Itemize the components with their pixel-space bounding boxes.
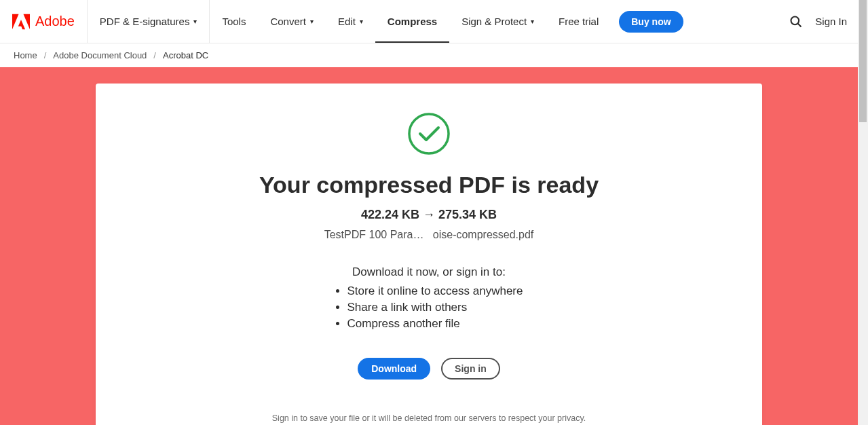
brand-logo[interactable]: Adobe	[0, 0, 88, 43]
nav-compress[interactable]: Compress	[375, 0, 449, 43]
chevron-down-icon: ▾	[310, 18, 314, 25]
size-comparison: 422.24 KB → 275.34 KB	[136, 208, 721, 222]
breadcrumb-doc-cloud[interactable]: Adobe Document Cloud	[53, 50, 147, 60]
breadcrumb-home[interactable]: Home	[14, 50, 37, 60]
filename: TestPDF 100 Para… oise-compressed.pdf	[136, 229, 721, 241]
result-title: Your compressed PDF is ready	[136, 172, 721, 198]
benefits-list: Store it online to access anywhere Share…	[335, 284, 523, 333]
buy-now-button[interactable]: Buy now	[619, 11, 683, 33]
list-item: Share a link with others	[347, 301, 523, 314]
chevron-down-icon: ▾	[531, 18, 534, 25]
download-button[interactable]: Download	[358, 358, 430, 380]
brand-text: Adobe	[35, 14, 75, 29]
button-row: Download Sign in	[136, 358, 721, 380]
success-check-icon	[407, 112, 451, 155]
header: Adobe PDF & E-signatures ▾ Tools Convert…	[0, 0, 858, 43]
svg-line-1	[798, 23, 801, 26]
main-area: Your compressed PDF is ready 422.24 KB →…	[0, 67, 858, 425]
header-right: Sign In	[789, 15, 847, 29]
search-icon[interactable]	[789, 15, 803, 29]
nav-tools[interactable]: Tools	[210, 0, 258, 43]
breadcrumb: Home / Adobe Document Cloud / Acrobat DC	[0, 43, 858, 67]
svg-point-2	[409, 114, 449, 153]
result-card: Your compressed PDF is ready 422.24 KB →…	[96, 84, 762, 425]
nav-free-trial[interactable]: Free trial	[546, 0, 611, 43]
download-prompt: Download it now, or sign in to:	[136, 265, 721, 279]
svg-point-0	[791, 16, 799, 24]
nav-edit[interactable]: Edit ▾	[326, 0, 375, 43]
adobe-logo-icon	[12, 14, 30, 30]
primary-nav: PDF & E-signatures ▾ Tools Convert ▾ Edi…	[88, 0, 683, 43]
breadcrumb-current: Acrobat DC	[163, 50, 208, 60]
chevron-down-icon: ▾	[193, 18, 197, 25]
list-item: Store it online to access anywhere	[347, 284, 523, 298]
nav-pdf-esignatures[interactable]: PDF & E-signatures ▾	[88, 0, 210, 43]
list-item: Compress another file	[347, 317, 523, 331]
signin-button[interactable]: Sign in	[441, 358, 500, 380]
signin-link[interactable]: Sign In	[815, 16, 847, 27]
chevron-down-icon: ▾	[360, 18, 363, 25]
privacy-note: Sign in to save your file or it will be …	[136, 413, 721, 423]
nav-sign-protect[interactable]: Sign & Protect ▾	[449, 0, 546, 43]
nav-convert[interactable]: Convert ▾	[258, 0, 326, 43]
